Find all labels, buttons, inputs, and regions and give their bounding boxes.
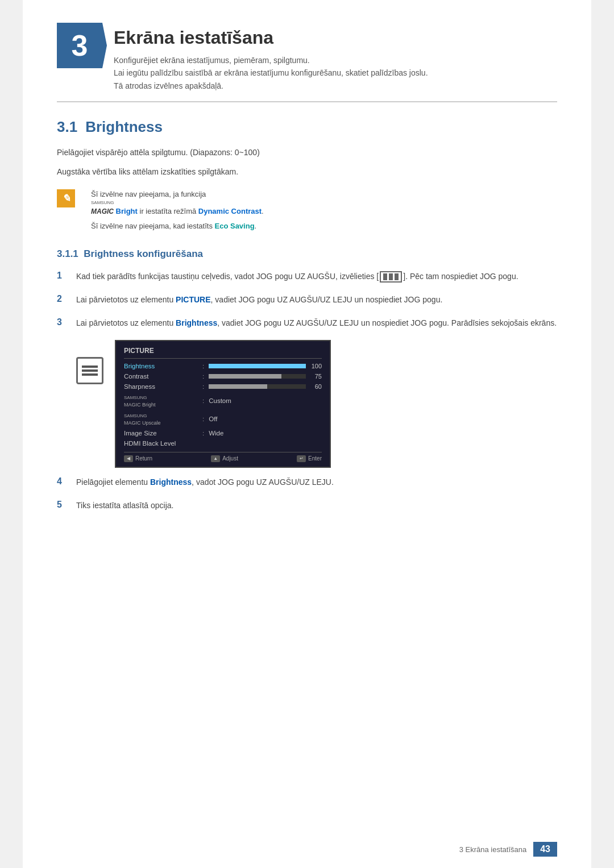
step-2: 2 Lai pārvietotos uz elementu PICTURE, v… bbox=[57, 293, 557, 306]
chapter-number: 3 bbox=[57, 23, 102, 68]
step-4: 4 Pielāgojiet elementu Brightness, vadot… bbox=[57, 476, 557, 489]
osd-row-magic-upscale: SAMSUNGMAGIC Upscale : Off bbox=[124, 410, 322, 428]
note-box: ✎ Šī izvēlne nav pieejama, ja funkcija S… bbox=[57, 188, 557, 235]
osd-label-brightness: Brightness bbox=[124, 363, 198, 369]
osd-screen: PICTURE Brightness : 100 Contrast : bbox=[115, 340, 331, 467]
steps-list: 1 Kad tiek parādīts funkcijas taustiņu c… bbox=[57, 270, 557, 330]
section-31-desc1: Pielāgojiet vispārējo attēla spilgtumu. … bbox=[57, 146, 557, 160]
osd-row-sharpness: Sharpness : 60 bbox=[124, 381, 322, 392]
osd-row-image-size: Image Size : Wide bbox=[124, 428, 322, 438]
osd-enter-btn: ↵ Enter bbox=[297, 455, 322, 462]
osd-footer: ◀ Return ▲ Adjust ↵ Enter bbox=[124, 452, 322, 462]
step-1-number: 1 bbox=[57, 271, 68, 281]
step-4-number: 4 bbox=[57, 476, 68, 487]
footer-page-number: 43 bbox=[533, 842, 557, 857]
osd-row-hdmi: HDMI Black Level bbox=[124, 438, 322, 448]
osd-label-magic-upscale: SAMSUNGMAGIC Upscale bbox=[124, 412, 198, 426]
osd-label-magic-bright: SAMSUNGMAGIC Bright bbox=[124, 393, 198, 408]
osd-label-sharpness: Sharpness bbox=[124, 383, 198, 390]
step-1: 1 Kad tiek parādīts funkcijas taustiņu c… bbox=[57, 270, 557, 283]
step-5: 5 Tiks iestatīta atlasītā opcija. bbox=[57, 499, 557, 512]
osd-return-btn: ◀ Return bbox=[124, 455, 152, 462]
section-31-title: 3.1 Brightness bbox=[57, 118, 557, 136]
osd-header: PICTURE bbox=[124, 347, 322, 359]
note-content: Šī izvēlne nav pieejama, ja funkcija SAM… bbox=[82, 188, 264, 235]
chapter-title: Ekrāna iestatīšana bbox=[114, 27, 557, 48]
jog-inline-icon bbox=[380, 271, 402, 283]
osd-adjust-btn: ▲ Adjust bbox=[211, 455, 238, 462]
step-3-number: 3 bbox=[57, 317, 68, 327]
osd-value-brightness: 100 bbox=[209, 363, 322, 369]
osd-label-image-size: Image Size bbox=[124, 430, 198, 437]
step-5-text: Tiks iestatīta atlasītā opcija. bbox=[76, 499, 557, 512]
osd-label-hdmi: HDMI Black Level bbox=[124, 440, 198, 447]
osd-row-magic-bright: SAMSUNGMAGIC Bright : Custom bbox=[124, 392, 322, 410]
page: 3 Ekrāna iestatīšana Konfigurējiet ekrān… bbox=[23, 0, 591, 868]
subsection-311-title: 3.1.1 Brightness konfigurēšana bbox=[57, 248, 557, 260]
jog-icon bbox=[76, 357, 103, 384]
chapter-desc1: Konfigurējiet ekrāna iestatījumus, piemē… bbox=[114, 54, 557, 67]
osd-label-contrast: Contrast bbox=[124, 373, 198, 380]
section-31-desc2: Augstāka vērtība liks attēlam izskatītie… bbox=[57, 165, 557, 179]
osd-value-contrast: 75 bbox=[209, 373, 322, 380]
steps-list-2: 4 Pielāgojiet elementu Brightness, vadot… bbox=[57, 476, 557, 512]
osd-container: PICTURE Brightness : 100 Contrast : bbox=[76, 340, 557, 467]
note-bullet-1: Šī izvēlne nav pieejama, ja funkcija SAM… bbox=[91, 188, 264, 218]
chapter-header: 3 Ekrāna iestatīšana Konfigurējiet ekrān… bbox=[57, 23, 557, 102]
osd-row-brightness: Brightness : 100 bbox=[124, 361, 322, 371]
step-1-text: Kad tiek parādīts funkcijas taustiņu ceļ… bbox=[76, 270, 557, 283]
step-2-number: 2 bbox=[57, 294, 68, 304]
step-5-number: 5 bbox=[57, 500, 68, 510]
step-2-text: Lai pārvietotos uz elementu PICTURE, vad… bbox=[76, 293, 557, 306]
chapter-desc2: Lai iegūtu palīdzību saistībā ar ekrāna … bbox=[114, 67, 557, 92]
note-icon: ✎ bbox=[57, 189, 75, 207]
osd-row-contrast: Contrast : 75 bbox=[124, 371, 322, 381]
step-3: 3 Lai pārvietotos uz elementu Brightness… bbox=[57, 317, 557, 330]
osd-value-sharpness: 60 bbox=[209, 383, 322, 390]
step-4-text: Pielāgojiet elementu Brightness, vadot J… bbox=[76, 476, 557, 489]
chapter-title-block: Ekrāna iestatīšana Konfigurējiet ekrāna … bbox=[114, 23, 557, 92]
step-3-text: Lai pārvietotos uz elementu Brightness, … bbox=[76, 317, 557, 330]
footer-text: 3 Ekrāna iestatīšana bbox=[459, 845, 527, 854]
note-bullet-2: Šī izvēlne nav pieejama, kad iestatīts E… bbox=[91, 220, 264, 232]
page-footer: 3 Ekrāna iestatīšana 43 bbox=[459, 842, 557, 857]
